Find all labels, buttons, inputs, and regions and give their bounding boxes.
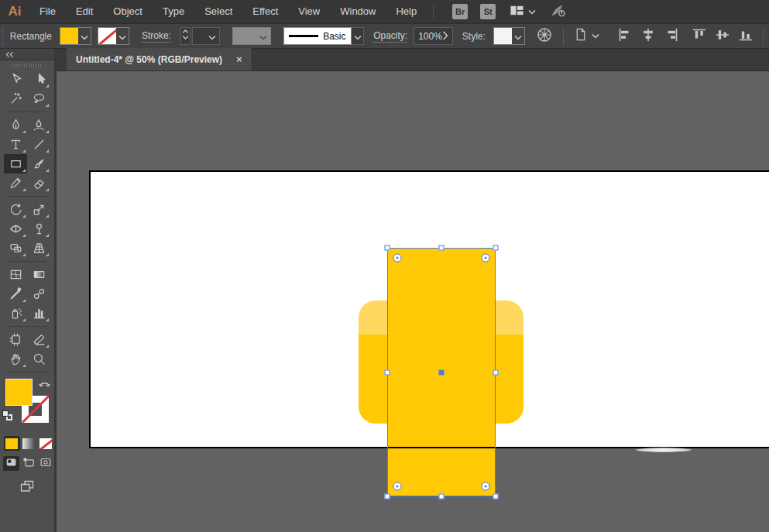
scale-tool[interactable] bbox=[27, 200, 50, 219]
draw-inside-button[interactable] bbox=[37, 456, 53, 471]
zoom-tool[interactable] bbox=[27, 349, 50, 369]
fill-color-control[interactable] bbox=[60, 27, 91, 45]
line-segment-tool[interactable] bbox=[27, 135, 50, 154]
tools-panel-grip[interactable] bbox=[0, 60, 54, 70]
menu-type[interactable]: Type bbox=[153, 0, 194, 23]
menu-window[interactable]: Window bbox=[330, 0, 386, 23]
swap-fill-stroke-button[interactable] bbox=[39, 378, 50, 392]
screen-mode-button[interactable] bbox=[0, 479, 54, 497]
curvature-tool[interactable] bbox=[27, 115, 50, 135]
menu-object[interactable]: Object bbox=[103, 0, 153, 23]
align-bottom-button[interactable] bbox=[736, 26, 756, 46]
slice-tool[interactable] bbox=[27, 330, 50, 349]
doc-setup-icon bbox=[573, 27, 588, 45]
style-select[interactable] bbox=[493, 27, 525, 45]
tab-close-button[interactable]: × bbox=[236, 53, 242, 65]
gpu-rocket-icon bbox=[550, 2, 566, 22]
stroke-color-control[interactable] bbox=[98, 27, 129, 45]
flyout-indicator bbox=[22, 149, 26, 153]
canvas[interactable] bbox=[57, 71, 769, 532]
gradient-tool[interactable] bbox=[27, 265, 50, 284]
stroke-weight-select[interactable] bbox=[192, 27, 220, 45]
toolbar-divider bbox=[7, 326, 47, 327]
align-top-button[interactable] bbox=[689, 26, 709, 46]
menu-view[interactable]: View bbox=[288, 0, 330, 23]
flyout-indicator bbox=[46, 130, 49, 133]
align-left-button[interactable] bbox=[615, 26, 635, 46]
gradient-button[interactable] bbox=[21, 436, 37, 451]
brush-dropdown-button[interactable] bbox=[352, 27, 364, 45]
fill-stroke-widget bbox=[0, 376, 54, 430]
stroke-dropdown-button[interactable] bbox=[116, 28, 129, 44]
tools-panel-header[interactable] bbox=[0, 49, 54, 60]
workspace-switcher-button[interactable] bbox=[510, 3, 536, 21]
column-graph-tool[interactable] bbox=[27, 304, 50, 323]
artwork-selected-rect[interactable] bbox=[387, 248, 496, 496]
eyedropper-tool[interactable] bbox=[4, 284, 27, 304]
toolbar-divider bbox=[7, 196, 47, 197]
perspective-grid-tool[interactable] bbox=[27, 239, 50, 258]
stroke-color-swatch[interactable] bbox=[98, 28, 116, 44]
bridge-button[interactable]: Br bbox=[452, 4, 468, 19]
pen-tool[interactable] bbox=[4, 115, 27, 135]
align-center-horizontal-button[interactable] bbox=[638, 26, 658, 46]
fill-dropdown-button[interactable] bbox=[78, 28, 91, 44]
flyout-indicator bbox=[22, 188, 26, 191]
align-right-button[interactable] bbox=[661, 26, 681, 46]
width-profile-select[interactable] bbox=[232, 27, 271, 45]
tools-panel bbox=[0, 49, 57, 532]
document-setup-button[interactable] bbox=[573, 27, 599, 45]
direct-selection-tool[interactable] bbox=[27, 70, 50, 89]
flyout-indicator bbox=[22, 130, 26, 133]
illustrator-window: Ai FileEditObjectTypeSelectEffectViewWin… bbox=[0, 0, 769, 532]
stroke-weight-stepper[interactable] bbox=[180, 27, 191, 45]
eraser-tool[interactable] bbox=[27, 173, 50, 193]
recolor-artwork-button[interactable] bbox=[536, 26, 553, 46]
default-fill-stroke-button[interactable] bbox=[2, 410, 14, 422]
magic-wand-tool[interactable] bbox=[4, 89, 27, 108]
small-ellipse-shape[interactable] bbox=[636, 448, 692, 452]
hand-tool[interactable] bbox=[4, 349, 27, 369]
draw-normal-button[interactable] bbox=[3, 456, 19, 471]
stroke-label[interactable]: Stroke: bbox=[142, 30, 171, 43]
style-swatch[interactable] bbox=[494, 28, 512, 44]
none-button[interactable] bbox=[37, 436, 53, 451]
style-dropdown-button[interactable] bbox=[512, 28, 524, 44]
type-tool[interactable] bbox=[4, 135, 27, 154]
brush-definition-select[interactable]: Basic bbox=[283, 27, 364, 45]
fill-color-indicator[interactable] bbox=[5, 379, 33, 406]
draw-behind-button[interactable] bbox=[20, 456, 36, 471]
color-type-buttons bbox=[0, 436, 54, 451]
paintbrush-tool[interactable] bbox=[27, 154, 50, 173]
opacity-label[interactable]: Opacity: bbox=[373, 30, 407, 43]
menu-file[interactable]: File bbox=[29, 0, 66, 23]
controlbar-grip[interactable] bbox=[2, 28, 4, 45]
menu-effect[interactable]: Effect bbox=[242, 0, 288, 23]
align-middle-vertical-button[interactable] bbox=[712, 26, 733, 46]
rotate-tool[interactable] bbox=[4, 200, 27, 219]
lasso-tool[interactable] bbox=[27, 89, 50, 108]
fill-color-swatch[interactable] bbox=[60, 28, 78, 44]
symbol-sprayer-tool[interactable] bbox=[4, 304, 27, 323]
gpu-performance-button[interactable] bbox=[550, 2, 566, 22]
blend-tool[interactable] bbox=[27, 284, 50, 304]
shaper-tool[interactable] bbox=[4, 173, 27, 193]
width-tool[interactable] bbox=[4, 219, 27, 239]
menu-select[interactable]: Select bbox=[194, 0, 242, 23]
draw-inside-icon bbox=[39, 455, 53, 472]
shape-builder-tool[interactable] bbox=[4, 239, 27, 258]
menu-edit[interactable]: Edit bbox=[66, 0, 103, 23]
rectangle-tool[interactable] bbox=[4, 154, 27, 173]
document-tab[interactable]: Untitled-4* @ 50% (RGB/Preview) × bbox=[67, 48, 252, 70]
puppet-warp-tool[interactable] bbox=[27, 219, 50, 239]
opacity-field[interactable]: 100% bbox=[414, 27, 453, 45]
chevron-down-icon bbox=[528, 9, 536, 15]
color-button[interactable] bbox=[4, 436, 20, 451]
selection-tool[interactable] bbox=[4, 70, 27, 89]
mesh-tool[interactable] bbox=[4, 265, 27, 284]
flyout-indicator bbox=[22, 364, 26, 367]
brush-name: Basic bbox=[323, 31, 345, 42]
menu-help[interactable]: Help bbox=[386, 0, 427, 23]
stock-button[interactable]: St bbox=[480, 4, 496, 19]
artboard-tool-tool[interactable] bbox=[4, 330, 27, 349]
